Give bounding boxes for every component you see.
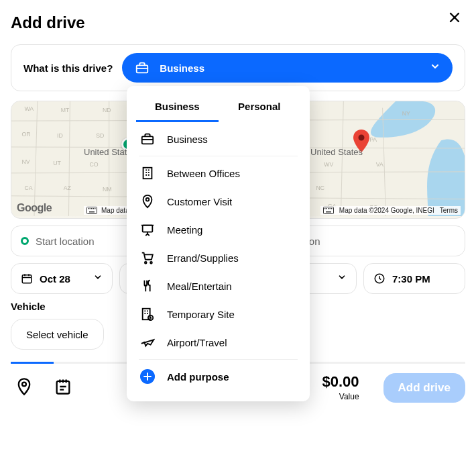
- chevron-down-icon: [430, 61, 440, 74]
- svg-text:CA: CA: [24, 185, 32, 191]
- svg-rect-53: [22, 275, 32, 283]
- page-title: Add drive: [11, 13, 465, 32]
- map-attrib-right: Map data ©2024 Google, INEGI Terms: [320, 206, 461, 215]
- svg-point-59: [146, 198, 150, 201]
- svg-text:SD: SD: [96, 132, 104, 139]
- svg-rect-58: [143, 168, 152, 179]
- svg-text:NC: NC: [316, 185, 325, 191]
- svg-rect-0: [137, 65, 148, 72]
- svg-rect-43: [93, 208, 95, 209]
- purpose-airport[interactable]: Airport/Travel: [127, 328, 310, 356]
- drive-type-selected: Business: [160, 62, 204, 74]
- purpose-label: Meal/Entertain: [167, 281, 232, 292]
- svg-text:ND: ND: [103, 107, 111, 113]
- footer-location-button[interactable]: [11, 373, 38, 400]
- presentation-icon: [140, 222, 155, 237]
- svg-rect-60: [143, 226, 153, 232]
- svg-point-38: [359, 135, 365, 141]
- svg-rect-52: [326, 211, 331, 213]
- svg-rect-50: [329, 208, 331, 209]
- tab-business[interactable]: Business: [136, 94, 219, 122]
- shopping-cart-icon: [140, 250, 155, 265]
- date-picker-start[interactable]: Oct 28: [11, 263, 113, 294]
- clock-icon: [373, 272, 385, 285]
- svg-text:MT: MT: [61, 107, 70, 113]
- map-pin-icon: [140, 194, 155, 209]
- purpose-label: Errand/Supplies: [167, 252, 239, 264]
- add-purpose-label: Add purpose: [167, 371, 229, 383]
- vehicle-select[interactable]: Select vehicle: [11, 319, 104, 350]
- drive-type-question: What is this drive?: [23, 62, 113, 74]
- close-icon: [448, 11, 461, 24]
- briefcase-icon: [134, 60, 150, 76]
- svg-rect-42: [91, 208, 93, 209]
- svg-rect-41: [90, 208, 91, 209]
- drive-type-dropdown: Business Personal Business Between Offic…: [127, 86, 310, 401]
- svg-text:NV: NV: [22, 158, 30, 165]
- map-terms-link[interactable]: Terms: [440, 207, 458, 214]
- svg-rect-40: [88, 208, 89, 209]
- value-label: Value: [322, 392, 359, 401]
- add-drive-button[interactable]: Add drive: [383, 373, 465, 403]
- purpose-meeting[interactable]: Meeting: [127, 215, 310, 244]
- svg-text:AZ: AZ: [64, 185, 72, 191]
- start-dot-icon: [21, 237, 29, 245]
- plane-icon: [140, 335, 155, 350]
- svg-text:ID: ID: [57, 132, 63, 139]
- date-start-value: Oct 28: [40, 273, 86, 285]
- purpose-business[interactable]: Business: [127, 125, 310, 153]
- svg-text:WV: WV: [324, 161, 333, 168]
- svg-rect-49: [328, 208, 329, 209]
- footer-notes-button[interactable]: [50, 373, 76, 400]
- svg-rect-51: [331, 208, 333, 209]
- google-logo: Google: [17, 202, 52, 214]
- calendar-icon: [21, 272, 33, 285]
- svg-point-61: [145, 262, 147, 264]
- chevron-down-icon: [337, 272, 347, 285]
- time-picker[interactable]: 7:30 PM: [363, 263, 465, 294]
- briefcase-icon: [140, 132, 155, 146]
- purpose-temp-site[interactable]: Temporary Site: [127, 300, 310, 328]
- svg-text:UT: UT: [53, 160, 61, 166]
- utensils-icon: [140, 279, 155, 293]
- svg-rect-48: [326, 208, 327, 209]
- value-amount: $0.00: [322, 373, 359, 391]
- purpose-customer-visit[interactable]: Customer Visit: [127, 187, 310, 215]
- drive-type-select[interactable]: Business: [122, 53, 453, 83]
- purpose-between-offices[interactable]: Between Offices: [127, 159, 310, 187]
- purpose-label: Meeting: [167, 224, 202, 236]
- svg-rect-47: [324, 208, 326, 209]
- purpose-label: Customer Visit: [167, 196, 232, 207]
- purpose-label: Temporary Site: [167, 309, 235, 320]
- svg-rect-44: [95, 208, 96, 209]
- svg-text:CO: CO: [90, 161, 99, 168]
- svg-text:NY: NY: [402, 110, 410, 117]
- keyboard-icon: [86, 207, 97, 214]
- purpose-label: Between Offices: [167, 168, 240, 179]
- notepad-icon: [54, 377, 72, 396]
- purpose-label: Airport/Travel: [167, 337, 227, 348]
- svg-point-62: [150, 262, 152, 264]
- site-icon: [140, 307, 155, 321]
- map-country-label-2: United States: [310, 147, 363, 157]
- drive-type-card: What is this drive? Business: [11, 44, 465, 91]
- purpose-list: Business Between Offices Customer Visit …: [127, 122, 310, 393]
- svg-text:OR: OR: [22, 131, 31, 138]
- svg-text:WA: WA: [24, 105, 34, 112]
- purpose-meal[interactable]: Meal/Entertain: [127, 272, 310, 300]
- svg-point-55: [22, 383, 26, 387]
- plus-circle-icon: [140, 369, 155, 384]
- keyboard-icon: [323, 207, 334, 214]
- svg-text:VA: VA: [376, 161, 383, 168]
- add-purpose[interactable]: Add purpose: [127, 362, 310, 391]
- building-icon: [140, 166, 155, 181]
- map-pin-icon: [15, 377, 34, 396]
- purpose-errand[interactable]: Errand/Supplies: [127, 244, 310, 272]
- tab-personal[interactable]: Personal: [219, 94, 301, 122]
- time-value: 7:30 PM: [392, 273, 455, 285]
- close-button[interactable]: [447, 9, 463, 28]
- chevron-down-icon: [93, 272, 103, 285]
- purpose-label: Business: [167, 134, 208, 145]
- svg-rect-63: [143, 309, 150, 320]
- vehicle-select-label: Select vehicle: [26, 329, 88, 340]
